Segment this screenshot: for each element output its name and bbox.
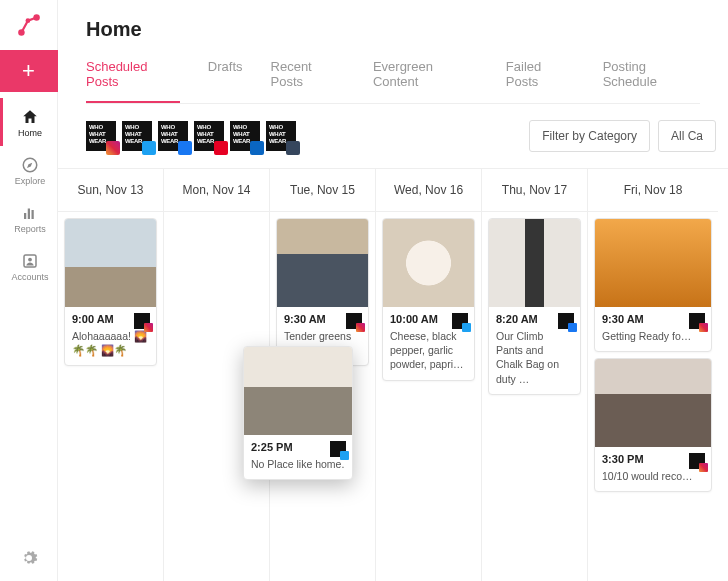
- account-chip-pinterest[interactable]: WHO WHAT WEAR: [194, 121, 224, 151]
- account-filter-list: WHO WHAT WEAR WHO WHAT WEAR WHO WHAT WEA…: [86, 121, 521, 151]
- post-card[interactable]: 9:30 AM Getting Ready fo…: [594, 218, 712, 352]
- sidebar-item-label: Reports: [14, 224, 46, 234]
- post-caption: No Place like home.: [251, 457, 345, 471]
- instagram-icon: [106, 141, 120, 155]
- explore-icon: [21, 156, 39, 174]
- day-header: Fri, Nov 18: [588, 169, 718, 212]
- accounts-icon: [21, 252, 39, 270]
- account-chip-tumblr[interactable]: WHO WHAT WEAR: [266, 121, 296, 151]
- filter-all-button[interactable]: All Ca: [658, 120, 716, 152]
- post-caption: 10/10 would reco…: [602, 469, 704, 483]
- linkedin-icon: [250, 141, 264, 155]
- network-badge-icon: [689, 453, 705, 469]
- home-icon: [21, 108, 39, 126]
- sidebar-item-label: Explore: [15, 176, 46, 186]
- post-card[interactable]: 8:20 AM Our Climb Pants and Chalk Bag on…: [488, 218, 581, 395]
- tumblr-icon: [286, 141, 300, 155]
- app-logo: [0, 0, 58, 50]
- account-chip-facebook[interactable]: WHO WHAT WEAR: [158, 121, 188, 151]
- main-content: Home Scheduled Posts Drafts Recent Posts…: [58, 0, 728, 581]
- day-header: Wed, Nov 16: [376, 169, 481, 212]
- post-thumbnail: [595, 219, 711, 307]
- day-header: Sun, Nov 13: [58, 169, 163, 212]
- sidebar-item-label: Accounts: [11, 272, 48, 282]
- network-badge-icon: [558, 313, 574, 329]
- post-caption: Cheese, black pepper, garlic powder, pap…: [390, 329, 467, 372]
- twitter-icon: [142, 141, 156, 155]
- network-badge-icon: [689, 313, 705, 329]
- day-header: Thu, Nov 17: [482, 169, 587, 212]
- post-card[interactable]: 3:30 PM 10/10 would reco…: [594, 358, 712, 492]
- day-column: Wed, Nov 16 10:00 AM Cheese, black peppe…: [376, 169, 482, 581]
- day-column: Sun, Nov 13 9:00 AM Alohaaaaaa! 🌄🌴🌴 🌄🌴: [58, 169, 164, 581]
- day-header: Mon, Nov 14: [164, 169, 269, 212]
- facebook-icon: [178, 141, 192, 155]
- network-badge-icon: [134, 313, 150, 329]
- svg-point-5: [28, 258, 32, 262]
- account-chip-instagram[interactable]: WHO WHAT WEAR: [86, 121, 116, 151]
- post-thumbnail: [595, 359, 711, 447]
- tab-posting-schedule[interactable]: Posting Schedule: [603, 59, 700, 103]
- post-caption: Our Climb Pants and Chalk Bag on duty …: [496, 329, 573, 386]
- post-card[interactable]: 10:00 AM Cheese, black pepper, garlic po…: [382, 218, 475, 381]
- calendar-grid: Sun, Nov 13 9:00 AM Alohaaaaaa! 🌄🌴🌴 🌄🌴 M…: [58, 169, 728, 581]
- sidebar: + Home Explore Reports Accounts: [0, 0, 58, 581]
- filter-category-button[interactable]: Filter by Category: [529, 120, 650, 152]
- post-card[interactable]: 9:00 AM Alohaaaaaa! 🌄🌴🌴 🌄🌴: [64, 218, 157, 366]
- sidebar-item-reports[interactable]: Reports: [0, 194, 57, 242]
- tab-bar: Scheduled Posts Drafts Recent Posts Ever…: [86, 59, 700, 104]
- reports-icon: [21, 204, 39, 222]
- post-thumbnail: [277, 219, 368, 307]
- sidebar-item-label: Home: [18, 128, 42, 138]
- settings-button[interactable]: [20, 549, 38, 581]
- compose-button[interactable]: +: [0, 50, 58, 92]
- account-chip-twitter[interactable]: WHO WHAT WEAR: [122, 121, 152, 151]
- day-header: Tue, Nov 15: [270, 169, 375, 212]
- account-chip-linkedin[interactable]: WHO WHAT WEAR: [230, 121, 260, 151]
- gear-icon: [20, 553, 38, 570]
- tab-evergreen[interactable]: Evergreen Content: [373, 59, 478, 103]
- network-badge-icon: [346, 313, 362, 329]
- sidebar-item-home[interactable]: Home: [0, 98, 57, 146]
- tab-failed-posts[interactable]: Failed Posts: [506, 59, 575, 103]
- tab-recent-posts[interactable]: Recent Posts: [271, 59, 345, 103]
- filter-bar: WHO WHAT WEAR WHO WHAT WEAR WHO WHAT WEA…: [58, 104, 728, 169]
- post-thumbnail: [383, 219, 474, 307]
- post-thumbnail: [65, 219, 156, 307]
- post-caption: Alohaaaaaa! 🌄🌴🌴 🌄🌴: [72, 329, 149, 357]
- tab-scheduled-posts[interactable]: Scheduled Posts: [86, 59, 180, 103]
- post-card[interactable]: 9:30 AM Tender greens cater…: [276, 218, 369, 366]
- post-thumbnail: [489, 219, 580, 307]
- post-caption: Getting Ready fo…: [602, 329, 704, 343]
- page-title: Home: [86, 18, 700, 41]
- day-column: Thu, Nov 17 8:20 AM Our Climb Pants and …: [482, 169, 588, 581]
- network-badge-icon: [452, 313, 468, 329]
- day-column: Fri, Nov 18 9:30 AM Getting Ready fo…: [588, 169, 718, 581]
- post-thumbnail: [244, 347, 352, 435]
- tab-drafts[interactable]: Drafts: [208, 59, 243, 103]
- pinterest-icon: [214, 141, 228, 155]
- sidebar-item-explore[interactable]: Explore: [0, 146, 57, 194]
- sidebar-item-accounts[interactable]: Accounts: [0, 242, 57, 290]
- dragging-post-card[interactable]: 2:25 PM No Place like home.: [243, 346, 353, 480]
- network-badge-icon: [330, 441, 346, 457]
